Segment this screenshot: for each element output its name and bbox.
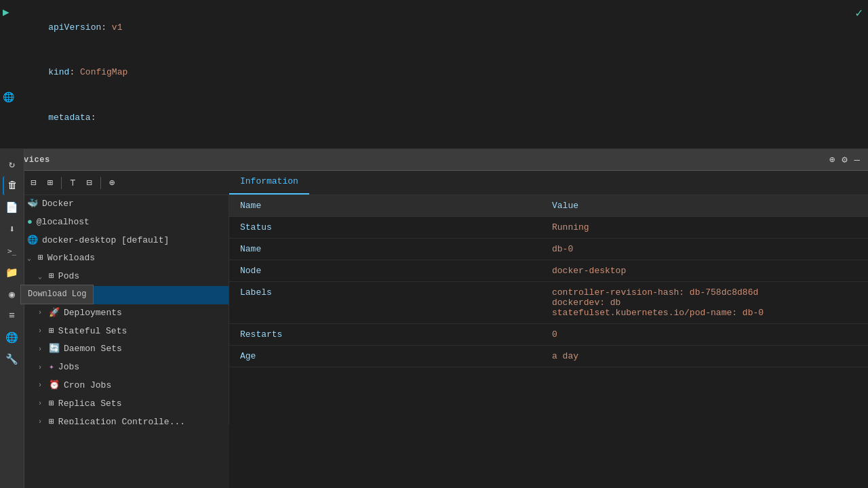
row-name-restarts: Restarts (229, 324, 541, 346)
row-name-labels: Labels (229, 282, 541, 324)
tree-item-localhost[interactable]: › ● @localhost (0, 214, 229, 232)
tree-label-db-0: db-0 (64, 288, 223, 302)
toolbar-expand-icon[interactable]: ⊞ (44, 176, 55, 190)
activity-terminal[interactable]: >_ (3, 241, 22, 260)
tree-label-cron-jobs: Cron Jobs (64, 379, 223, 393)
workloads-icon: ⊞ (38, 251, 43, 266)
table-row-node: Node docker-desktop (229, 260, 868, 282)
tree-label-stateful-sets: Stateful Sets (58, 325, 223, 339)
row-value-age: a day (541, 346, 868, 367)
activity-files[interactable]: 📁 (3, 263, 22, 282)
code-editor: ▶ ✓ apiVersion: v1 kind: ConfigMap metad… (0, 0, 868, 149)
row-value-node: docker-desktop (541, 260, 868, 282)
code-line-2: kind: ConfigMap (11, 50, 857, 95)
table-row-restarts: Restarts 0 (229, 324, 868, 346)
sidebar-with-bar: 🌐 ⊟ ⊞ ⊤ ⊟ ⊕ › 🐳 Docker (0, 171, 229, 488)
replication-controllers-icon: ⊞ (49, 415, 54, 424)
activity-bar: ↻ 🗑 📄 ⬇ >_ 📁 ◉ ≡ 🌐 🔧 (0, 171, 24, 488)
activity-download[interactable]: ⬇ (3, 220, 22, 239)
tree-item-docker[interactable]: › 🐳 Docker (0, 195, 229, 214)
activity-file[interactable]: 📄 (3, 198, 22, 217)
activity-monitor[interactable]: ◉ (3, 285, 22, 304)
code-line-3: metadata: (11, 96, 857, 140)
tree-item-deployments[interactable]: › 🚀 Deployments (0, 304, 229, 323)
activity-wrench[interactable]: 🔧 (3, 350, 22, 369)
activity-refresh[interactable]: ↻ (3, 171, 22, 174)
docker-desktop-icon: 🌐 (27, 234, 38, 248)
jobs-icon: ✦ (49, 361, 54, 375)
row-value-status: Running (541, 217, 868, 239)
toolbar-separator (61, 177, 62, 189)
row-name-status: Status (229, 217, 541, 239)
activity-delete[interactable]: 🗑 (3, 176, 22, 195)
docker-icon: 🐳 (27, 197, 38, 211)
tree-label-daemon-sets: Daemon Sets (64, 342, 223, 357)
tree-item-daemon-sets[interactable]: › 🔄 Daemon Sets (0, 340, 229, 359)
tree-label-workloads: Workloads (47, 251, 223, 266)
table-row-status: Status Running (229, 217, 868, 239)
tree-label-jobs: Jobs (58, 361, 223, 375)
globe-icon-editor: 🌐 (3, 92, 14, 103)
chevron-pods: ⌄ (38, 272, 46, 283)
tree-label-replica-sets: Replica Sets (58, 397, 223, 411)
info-tabs: Information (229, 171, 868, 195)
chevron-cron-jobs: › (38, 380, 46, 391)
tree-item-pods[interactable]: ⌄ ⊞ Pods (0, 268, 229, 286)
table-row-labels: Labels controller-revision-hash: db-758d… (229, 282, 868, 324)
tree-item-jobs[interactable]: › ✦ Jobs (0, 359, 229, 377)
tree-item-workloads[interactable]: ⌄ ⊞ Workloads (0, 249, 229, 268)
chevron-workloads: ⌄ (27, 253, 35, 264)
sidebar-column: 🌐 ⊟ ⊞ ⊤ ⊟ ⊕ › 🐳 Docker (0, 171, 229, 488)
pods-icon: ⊞ (49, 270, 54, 284)
row-value-restarts: 0 (541, 324, 868, 346)
row-value-labels: controller-revision-hash: db-758dc8d86d … (541, 282, 868, 324)
tree-label-replication-controllers: Replication Controlle... (58, 415, 223, 424)
table-row-name: Name db-0 (229, 239, 868, 260)
chevron-daemon-sets: › (38, 344, 46, 355)
cron-jobs-icon: ⏰ (49, 379, 60, 393)
toolbar-namespace-icon[interactable]: ⊟ (83, 176, 94, 190)
sidebar-tree: › 🐳 Docker › ● @localhost ⌄ 🌐 docker-des… (0, 195, 229, 424)
activity-globe[interactable]: 🌐 (3, 328, 22, 347)
tree-item-replica-sets[interactable]: › ⊞ Replica Sets (0, 395, 229, 413)
chevron-jobs: › (38, 363, 46, 373)
replica-sets-icon: ⊞ (49, 397, 54, 411)
activity-logs[interactable]: ≡ (3, 306, 22, 325)
stateful-sets-icon: ⊞ (49, 325, 54, 339)
chevron-replica-sets: › (38, 399, 46, 409)
chevron-stateful-sets: › (38, 326, 46, 337)
toolbar-filter-icon[interactable]: ⊤ (67, 176, 78, 190)
chevron-deployments: › (38, 308, 46, 319)
tree-label-pods: Pods (58, 270, 223, 284)
tree-item-db-0[interactable]: db-0 Download Log (0, 286, 229, 304)
row-name-age: Age (229, 346, 541, 367)
toolbar: 🌐 ⊟ ⊞ ⊤ ⊟ ⊕ (0, 171, 229, 195)
add-context-icon[interactable]: ⊕ (829, 154, 835, 165)
toolbar-separator-2 (100, 177, 101, 189)
table-row-age: Age a day (229, 346, 868, 367)
tree-item-replication-controllers[interactable]: › ⊞ Replication Controlle... (0, 413, 229, 424)
toolbar-collapse-all-icon[interactable]: ⊟ (28, 176, 39, 190)
deployments-icon: 🚀 (49, 306, 60, 321)
toolbar-add-icon[interactable]: ⊕ (106, 176, 117, 190)
row-name-name: Name (229, 239, 541, 260)
col-header-name: Name (229, 195, 541, 217)
services-panel: Services ⊕ ⚙ — ↻ 🗑 📄 ⬇ >_ 📁 ◉ ≡ 🌐 🔧 🌐 (0, 149, 868, 488)
code-line-4: name: db-config (11, 140, 857, 149)
settings-icon[interactable]: ⚙ (842, 154, 847, 165)
col-header-value: Value (541, 195, 868, 217)
tree-item-stateful-sets[interactable]: › ⊞ Stateful Sets (0, 323, 229, 341)
tab-information[interactable]: Information (229, 171, 309, 195)
daemon-sets-icon: 🔄 (49, 342, 60, 357)
minimize-icon[interactable]: — (854, 155, 860, 165)
run-button[interactable]: ▶ (3, 5, 9, 19)
tree-item-docker-desktop[interactable]: ⌄ 🌐 docker-desktop [default] (0, 232, 229, 250)
tree-label-deployments: Deployments (64, 306, 223, 321)
chevron-replication-controllers: › (38, 417, 46, 424)
services-header-icons: ⊕ ⚙ — (829, 154, 860, 165)
tree-item-cron-jobs[interactable]: › ⏰ Cron Jobs (0, 377, 229, 395)
tree-label-docker: Docker (42, 197, 223, 211)
code-line-1: apiVersion: v1 (11, 5, 857, 50)
services-header: Services ⊕ ⚙ — (0, 149, 868, 171)
info-panel: Information Name Value Status Running (229, 171, 868, 488)
